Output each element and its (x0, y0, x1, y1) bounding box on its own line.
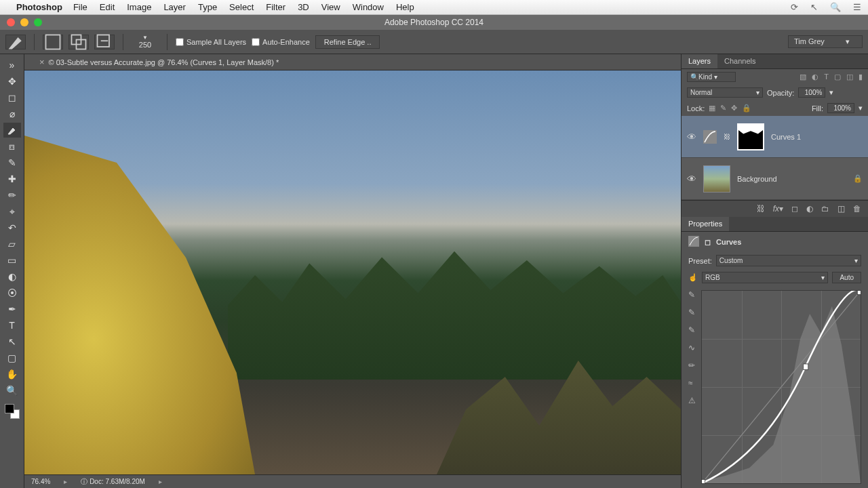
preset-select[interactable]: Custom▾ (716, 255, 861, 266)
brush-size-field[interactable]: ▼ 250 (132, 33, 159, 50)
layer-item-curves[interactable]: 👁 ⛓ Curves 1 (682, 116, 868, 158)
opacity-scrubber-icon[interactable]: ▾ (829, 88, 833, 97)
new-selection-icon[interactable] (43, 35, 63, 49)
new-group-icon[interactable]: 🗀 (821, 204, 829, 214)
quick-selection-tool[interactable] (3, 123, 21, 138)
clone-tool[interactable]: ⌖ (3, 204, 21, 219)
document-tab[interactable]: × © 03-Subtle versus Accurate.jpg @ 76.4… (31, 54, 287, 70)
eyedropper-tool[interactable]: ✎ (3, 155, 21, 170)
crop-tool[interactable]: ⧈ (3, 139, 21, 154)
visibility-icon[interactable]: 👁 (687, 131, 696, 142)
filter-smart-icon[interactable]: ◫ (846, 73, 853, 81)
healing-tool[interactable]: ✚ (3, 171, 21, 186)
gradient-tool[interactable]: ▭ (3, 253, 21, 268)
eraser-tool[interactable]: ▱ (3, 237, 21, 251)
edit-points-icon[interactable]: ∿ (688, 343, 696, 352)
canvas[interactable] (24, 70, 681, 474)
subtract-selection-icon[interactable] (94, 35, 115, 49)
add-selection-icon[interactable] (68, 35, 89, 49)
spotlight-icon[interactable]: 🔍 (830, 2, 841, 12)
refine-edge-button[interactable]: Refine Edge .. (315, 35, 380, 49)
expand-tool-icon[interactable]: » (3, 58, 21, 73)
lock-transparency-icon[interactable]: ▦ (709, 104, 715, 113)
dodge-tool[interactable]: ⦿ (3, 285, 21, 300)
history-brush-tool[interactable]: ↶ (3, 220, 21, 235)
menubar-app-name[interactable]: Photoshop (16, 2, 62, 12)
blur-tool[interactable]: ◐ (3, 269, 21, 284)
current-tool-icon[interactable] (5, 35, 26, 49)
cursor-icon[interactable]: ↖ (810, 2, 818, 12)
fill-field[interactable]: 100% (827, 103, 854, 113)
lasso-tool[interactable]: ⌀ (3, 106, 21, 121)
menu-select[interactable]: Select (229, 2, 254, 12)
zoom-tool[interactable]: 🔍 (3, 383, 21, 398)
zoom-window-button[interactable] (34, 18, 42, 26)
auto-enhance-checkbox[interactable]: Auto-Enhance (252, 38, 310, 46)
mask-link-icon[interactable]: ⛓ (724, 133, 730, 140)
channel-select[interactable]: RGB▾ (702, 272, 828, 283)
layers-tab[interactable]: Layers (682, 54, 717, 68)
white-eyedropper-icon[interactable]: ✎ (688, 325, 696, 335)
new-layer-icon[interactable]: ◫ (837, 204, 845, 214)
filter-adjustment-icon[interactable]: ◐ (812, 73, 818, 81)
lock-image-icon[interactable]: ✎ (720, 104, 726, 113)
filter-type-icon[interactable]: T (824, 73, 829, 81)
marquee-tool[interactable]: ◻ (3, 90, 21, 105)
menu-3d[interactable]: 3D (298, 2, 309, 12)
color-swatch[interactable] (5, 404, 20, 419)
menu-help[interactable]: Help (396, 2, 414, 12)
close-window-button[interactable] (7, 18, 15, 26)
foreground-color[interactable] (5, 404, 14, 413)
menu-file[interactable]: File (73, 2, 87, 12)
mask-mode-icon[interactable]: ◻ (705, 238, 711, 247)
clip-warning-icon[interactable]: ⚠ (688, 396, 696, 405)
new-adjustment-icon[interactable]: ◐ (806, 204, 813, 214)
layer-filter-kind[interactable]: 🔍Kind ▾ (687, 72, 736, 82)
layer-thumb[interactable] (703, 165, 730, 192)
filter-shape-icon[interactable]: ▢ (834, 73, 841, 81)
layer-name[interactable]: Background (737, 175, 846, 183)
curves-graph[interactable] (701, 290, 861, 484)
zoom-level[interactable]: 76.4% (31, 478, 50, 485)
visibility-icon[interactable]: 👁 (687, 174, 696, 184)
move-tool[interactable]: ✥ (3, 74, 21, 89)
channels-tab[interactable]: Channels (717, 54, 762, 68)
black-eyedropper-icon[interactable]: ✎ (688, 290, 696, 300)
menu-type[interactable]: Type (198, 2, 217, 12)
menu-list-icon[interactable]: ☰ (853, 2, 861, 12)
type-tool[interactable]: T (3, 318, 21, 333)
minimize-window-button[interactable] (20, 18, 28, 26)
lock-all-icon[interactable]: 🔒 (742, 104, 751, 113)
add-mask-icon[interactable]: ◻ (791, 204, 798, 214)
layer-mask-thumb[interactable] (737, 123, 764, 150)
sync-icon[interactable]: ⟳ (791, 2, 798, 12)
brush-tool[interactable]: ✏ (3, 188, 21, 203)
doc-size[interactable]: ⓘ Doc: 7.63M/8.20M (81, 477, 145, 487)
menu-view[interactable]: View (321, 2, 340, 12)
path-tool[interactable]: ↖ (3, 334, 21, 349)
draw-curve-icon[interactable]: ✏ (688, 361, 696, 370)
layer-name[interactable]: Curves 1 (771, 133, 863, 141)
smooth-icon[interactable]: ≈ (688, 378, 696, 388)
filter-pixel-icon[interactable]: ▧ (800, 73, 806, 81)
blend-mode-select[interactable]: Normal▾ (687, 87, 763, 98)
menu-window[interactable]: Window (353, 2, 384, 12)
menu-filter[interactable]: Filter (266, 2, 285, 12)
hand-targeted-icon[interactable]: ☝ (688, 273, 698, 282)
filter-toggle-icon[interactable]: ▮ (859, 73, 863, 81)
layer-style-icon[interactable]: fx▾ (773, 204, 783, 214)
menu-layer[interactable]: Layer (163, 2, 186, 12)
close-tab-icon[interactable]: × (39, 57, 45, 67)
link-layers-icon[interactable]: ⛓ (757, 204, 765, 214)
gray-eyedropper-icon[interactable]: ✎ (688, 308, 696, 317)
hand-tool[interactable]: ✋ (3, 367, 21, 382)
delete-layer-icon[interactable]: 🗑 (853, 204, 861, 214)
menu-image[interactable]: Image (127, 2, 151, 12)
opacity-field[interactable]: 100% (798, 87, 825, 98)
workspace-selector[interactable]: Tim Grey▾ (788, 35, 863, 48)
layer-item-background[interactable]: 👁 Background 🔒 (682, 158, 868, 200)
auto-button[interactable]: Auto (832, 272, 861, 283)
shape-tool[interactable]: ▢ (3, 350, 21, 365)
pen-tool[interactable]: ✒ (3, 302, 21, 317)
properties-tab[interactable]: Properties (682, 217, 729, 231)
